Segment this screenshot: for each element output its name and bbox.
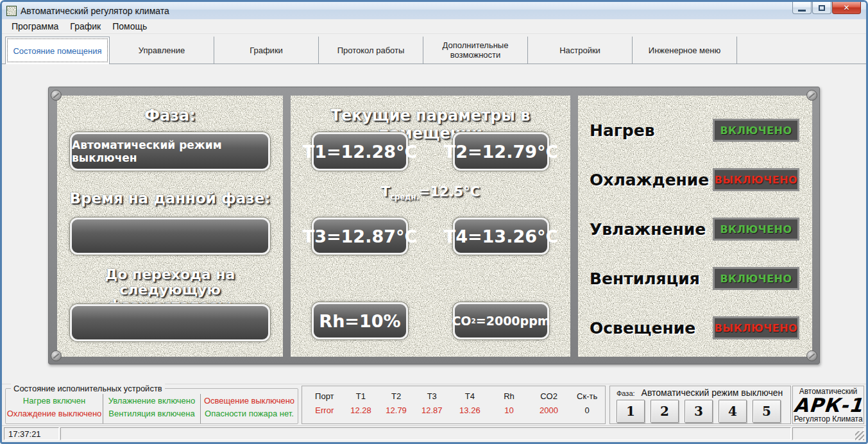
menu-graph[interactable]: График: [64, 20, 106, 33]
tab-label: Графики: [250, 46, 283, 55]
phase-value: Автоматический режим выключен: [642, 388, 783, 398]
status-right-cell: [792, 427, 864, 440]
tab-label: Протокол работы: [337, 46, 405, 55]
tab-4[interactable]: Дополнительные возможности: [423, 37, 528, 64]
tab-label: Настройки: [559, 46, 600, 55]
t2-display: T2=12.79°C: [453, 132, 549, 171]
close-icon: ✕: [843, 3, 849, 12]
phase-button-1[interactable]: 1: [617, 400, 645, 423]
device-state-text: Освещение выключено: [204, 396, 294, 406]
device-status-row: НагревВКЛЮЧЕНО: [590, 117, 799, 143]
sensor-value: 12.87: [421, 406, 443, 415]
device-state-text: Нагрев включен: [23, 396, 85, 406]
tab-label: Состояние помещения: [13, 46, 101, 56]
tab-page-room-state: Фаза: Автоматический режим выключен Врем…: [2, 64, 866, 384]
sensor-value: 12.79: [386, 406, 407, 415]
maximize-icon: [819, 5, 825, 11]
menu-help[interactable]: Помощь: [106, 20, 153, 33]
tab-2[interactable]: Графики: [214, 37, 319, 64]
logo-panel: Автоматический АРК-1 Регулятор Климата: [792, 386, 864, 424]
phase-button-4[interactable]: 4: [719, 400, 747, 423]
sensor-header: T2: [391, 391, 401, 401]
app-window: Автоматический регулятор климата ✕ Прогр…: [0, 0, 868, 444]
phase-button-3[interactable]: 3: [685, 400, 713, 423]
minimize-button[interactable]: [792, 2, 812, 14]
phase-select-panel: Фаза: Автоматический режим выключен 1234…: [609, 386, 791, 424]
sensors-panel: ПортErrorT112.28T212.79T312.87T413.26Rh1…: [302, 386, 606, 424]
tab-bar: Состояние помещенияУправлениеГрафикиПрот…: [2, 34, 866, 64]
sensor-value: 10: [504, 406, 513, 415]
device-status-row: ОхлаждениеВЫКЛЮЧЕНО: [590, 167, 799, 192]
tab-5[interactable]: Настройки: [528, 37, 633, 64]
status-indicator: ВКЛЮЧЕНО: [713, 119, 799, 142]
clock-cell: 17:37:21: [4, 427, 59, 440]
tab-label: Управление: [139, 46, 185, 55]
climate-device-panel: Фаза: Автоматический режим выключен Врем…: [48, 87, 820, 364]
device-status-row: УвлажнениеВКЛЮЧЕНО: [590, 216, 799, 242]
status-indicator: ВЫКЛЮЧЕНО: [713, 168, 799, 191]
devices-column: Увлажнение включеноВентиляция включена: [103, 394, 200, 423]
phase-time-heading: Время на данной фазе:: [57, 190, 283, 207]
actuators-section: НагревВКЛЮЧЕНООхлаждениеВЫКЛЮЧЕНОУвлажне…: [578, 96, 812, 357]
screw-icon: [806, 350, 817, 361]
sensor-column: T112.28: [343, 391, 379, 423]
status-message-cell: [60, 427, 791, 440]
sensor-header: Rh: [504, 391, 515, 401]
sensor-header: CO2: [540, 391, 557, 401]
device-state-text: Охлаждение выключено: [7, 409, 102, 418]
resize-grip[interactable]: [855, 431, 864, 440]
device-status-row: ВентиляцияВКЛЮЧЕНО: [590, 266, 799, 291]
phase-heading: Фаза:: [57, 107, 283, 124]
tab-6[interactable]: Инженерное меню: [633, 37, 737, 64]
devices-column: Освещение выключеноОпасности пожара нет.: [200, 394, 298, 423]
sensor-value: Error: [315, 406, 334, 415]
sensor-column: T413.26: [450, 391, 490, 423]
menu-program[interactable]: Программа: [6, 20, 64, 33]
phase-section: Фаза: Автоматический режим выключен Врем…: [57, 96, 283, 357]
phase-remaining-box: [70, 304, 270, 341]
t4-display: T4=13.26°C: [453, 218, 549, 255]
title-bar[interactable]: Автоматический регулятор климата ✕: [2, 2, 866, 19]
devices-groupbox-title: Состояние исполнительных устройств: [11, 384, 165, 393]
devices-groupbox: Состояние исполнительных устройств Нагре…: [5, 388, 298, 424]
screw-icon: [806, 90, 817, 101]
app-icon: [6, 6, 17, 16]
tab-1[interactable]: Управление: [110, 37, 214, 64]
sensor-header: Порт: [315, 391, 334, 401]
menu-bar: Программа График Помощь: [2, 19, 866, 34]
status-indicator: ВКЛЮЧЕНО: [713, 267, 799, 290]
status-indicator: ВЫКЛЮЧЕНО: [713, 316, 799, 339]
sensor-header: T3: [427, 391, 437, 401]
close-button[interactable]: ✕: [832, 2, 861, 14]
sensor-value: 12.28: [350, 406, 371, 415]
minimize-icon: [798, 10, 806, 12]
phase-button-5[interactable]: 5: [753, 400, 781, 423]
rh-display: Rh=10%: [312, 302, 408, 339]
sensor-value: 13.26: [459, 406, 481, 415]
sensor-column: ПортError: [306, 391, 343, 423]
bottom-status-area: Состояние исполнительных устройств Нагре…: [2, 384, 866, 425]
device-label: Освещение: [590, 319, 695, 337]
co2-display: CO2=2000ppm: [453, 302, 549, 339]
phase-value-box: Автоматический режим выключен: [70, 132, 270, 171]
parameters-section: Текущие параметры в помещении T1=12.28°C…: [291, 96, 570, 357]
device-label: Нагрев: [590, 121, 655, 140]
sensor-value: 2000: [540, 406, 558, 415]
phase-button-2[interactable]: 2: [651, 400, 679, 423]
sensor-column: Rh10: [489, 391, 529, 423]
device-state-text: Увлажнение включено: [108, 396, 196, 406]
devices-column: Нагрев включенОхлаждение выключено: [6, 394, 103, 423]
tab-0[interactable]: Состояние помещения: [5, 37, 110, 64]
tab-label: Инженерное меню: [649, 46, 720, 55]
tab-3[interactable]: Протокол работы: [319, 37, 423, 64]
window-title: Автоматический регулятор климата: [21, 6, 169, 16]
sensor-column: T312.87: [414, 391, 450, 423]
phase-time-box: [70, 218, 270, 255]
device-label: Вентиляция: [590, 269, 700, 288]
phase-label: Фаза:: [617, 389, 635, 397]
tab-label: Дополнительные возможности: [423, 40, 527, 60]
device-label: Увлажнение: [590, 220, 706, 239]
maximize-button[interactable]: [812, 2, 831, 14]
t1-display: T1=12.28°C: [312, 132, 408, 171]
device-label: Охлаждение: [590, 171, 709, 189]
